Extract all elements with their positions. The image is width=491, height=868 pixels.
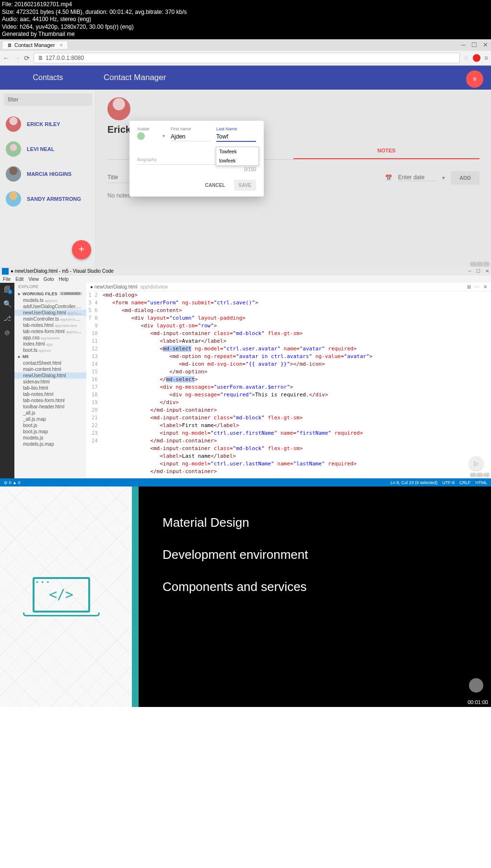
- forward-icon[interactable]: →: [13, 54, 20, 62]
- opera-icon[interactable]: [473, 54, 480, 62]
- folder-section[interactable]: ▸ M5: [14, 353, 86, 360]
- save-button[interactable]: SAVE: [234, 180, 257, 191]
- autocomplete-item[interactable]: towfeek: [216, 156, 258, 165]
- url-field[interactable]: 🗎 127.0.0.1:8080: [34, 53, 460, 63]
- avatar-option-icon: [137, 132, 145, 140]
- close-editor-icon[interactable]: ✕: [483, 284, 487, 289]
- back-icon[interactable]: ←: [3, 54, 10, 62]
- status-lang[interactable]: HTML: [476, 480, 488, 485]
- firstname-input[interactable]: [171, 132, 210, 141]
- video-generated: Generated by Thumbnail me: [2, 31, 489, 38]
- close-icon[interactable]: ✕: [485, 268, 489, 274]
- avatar-select[interactable]: ▾: [137, 132, 165, 140]
- search-icon[interactable]: 🔍: [3, 300, 12, 308]
- video-video: Video: h264, yuv420p, 1280x720, 30.00 fp…: [2, 23, 489, 31]
- menu-fab[interactable]: ≡: [466, 70, 483, 88]
- minimize-icon[interactable]: ─: [468, 268, 471, 274]
- lastname-input[interactable]: [216, 132, 256, 142]
- bullet-2: Development environment: [163, 547, 467, 562]
- working-file-item[interactable]: mainController.ts app\src\contro...: [14, 316, 86, 322]
- menu-edit[interactable]: Edit: [15, 277, 23, 282]
- browser-tab[interactable]: 🗎 Contact Manager ×: [2, 41, 68, 49]
- bio-counter: 0/150: [137, 167, 256, 172]
- file-item[interactable]: main-content.html: [14, 366, 86, 372]
- working-file-item[interactable]: boot.ts app\src: [14, 347, 86, 353]
- play-overlay-icon[interactable]: ▷: [469, 678, 483, 693]
- editor-tab[interactable]: ● newUserDialog.html app\dist\view ⊞ ⋯ ✕: [86, 283, 491, 291]
- minimize-icon[interactable]: ─: [461, 41, 466, 48]
- code-editor[interactable]: 1 2 3 4 5 6 7 8 9 10 11 12 13 14 15 16 1…: [86, 291, 491, 475]
- slide: ● ● ● </> Material Design Development en…: [0, 486, 491, 707]
- slide-accent-bar: [132, 486, 139, 707]
- more-icon[interactable]: ⋯: [475, 284, 479, 289]
- vscode-menubar: File Edit View Goto Help: [0, 276, 491, 283]
- vscode-titlebar: ● newUserDialog.html - m5 - Visual Studi…: [0, 267, 491, 276]
- menu-help[interactable]: Help: [59, 277, 69, 282]
- autocomplete-dropdown: Towfeek towfeek: [216, 147, 259, 166]
- status-eol[interactable]: CRLF: [459, 480, 471, 485]
- working-files-section[interactable]: ▸ WORKING FILES 1 UNSAVED: [14, 290, 86, 297]
- video-audio: Audio: aac, 44100 Hz, stereo (eng): [2, 16, 489, 23]
- file-item[interactable]: sidenav.html: [14, 379, 86, 385]
- close-icon[interactable]: ✕: [483, 41, 488, 48]
- url-bar: ← → ⟳ 🗎 127.0.0.1:8080 ☆ ≡: [0, 51, 491, 65]
- explorer-icon[interactable]: 🗐: [4, 286, 11, 293]
- explorer-header: EXPLORE: [14, 283, 86, 290]
- avatar-label: Avatar: [137, 127, 165, 131]
- video-size: Size: 4723201 bytes (4.50 MiB), duration…: [2, 9, 489, 16]
- file-item[interactable]: toolbar-header.html: [14, 404, 86, 410]
- cancel-button[interactable]: CANCEL: [200, 180, 230, 191]
- status-problems[interactable]: ⊘ 0 ▲ 0: [4, 480, 20, 485]
- slide-graphic: ● ● ● </>: [0, 486, 132, 707]
- star-icon[interactable]: ☆: [464, 55, 469, 61]
- url-text: 127.0.0.1:8080: [46, 55, 84, 61]
- add-contact-fab[interactable]: +: [72, 240, 91, 259]
- working-file-item[interactable]: app.css app\assets: [14, 335, 86, 341]
- bullet-1: Material Design: [163, 515, 467, 530]
- menu-file[interactable]: File: [3, 277, 11, 282]
- menu-icon[interactable]: ≡: [484, 54, 488, 62]
- browser-tabbar: 🗎 Contact Manager × ─ ☐ ✕: [0, 39, 491, 51]
- laptop-icon: ● ● ● </>: [33, 577, 100, 616]
- working-file-item[interactable]: newUserDialog.html app\dist\view: [14, 310, 86, 316]
- working-file-item[interactable]: tab-notes.html app\dist\view: [14, 322, 86, 328]
- file-item[interactable]: tab-bio.html: [14, 385, 86, 391]
- page-icon: 🗎: [38, 55, 44, 61]
- file-item[interactable]: models.js.map: [14, 441, 86, 447]
- working-file-item[interactable]: index.html app: [14, 341, 86, 347]
- file-item[interactable]: contactSheet.html: [14, 360, 86, 366]
- page-icon: 🗎: [7, 42, 12, 48]
- close-tab-icon[interactable]: ×: [59, 42, 62, 48]
- working-file-item[interactable]: addUserDialogController.ts app...: [14, 303, 86, 310]
- file-item[interactable]: _all.js: [14, 410, 86, 416]
- contact-app: Contacts Contact Manager ≡ ERICK RILEY L…: [0, 66, 491, 267]
- firstname-label: First name: [171, 127, 210, 131]
- maximize-icon[interactable]: ☐: [476, 268, 480, 274]
- git-icon[interactable]: ⎇: [3, 314, 11, 322]
- status-encoding[interactable]: UTF-8: [442, 480, 455, 485]
- file-item[interactable]: _all.js.map: [14, 416, 86, 422]
- working-file-item[interactable]: tab-notes-form.html app\dist\vi...: [14, 328, 86, 335]
- reload-icon[interactable]: ⟳: [24, 54, 30, 62]
- menu-view[interactable]: View: [28, 277, 39, 282]
- file-item[interactable]: newUserDialog.html: [14, 372, 86, 379]
- file-item[interactable]: tab-notes.html: [14, 391, 86, 397]
- maximize-icon[interactable]: ☐: [471, 41, 477, 48]
- new-user-dialog: Avatar ▾ First name Last Name Towfeek to…: [129, 121, 264, 197]
- activity-bar: 🗐 🔍 ⎇ ⊘: [0, 283, 14, 478]
- explorer-panel: EXPLORE ▸ WORKING FILES 1 UNSAVED models…: [14, 283, 86, 478]
- split-icon[interactable]: ⊞: [467, 284, 471, 289]
- file-item[interactable]: boot.js: [14, 422, 86, 428]
- menu-goto[interactable]: Goto: [44, 277, 54, 282]
- file-item[interactable]: tab-notes-form.html: [14, 397, 86, 404]
- file-item[interactable]: boot.js.map: [14, 428, 86, 435]
- status-cursor[interactable]: Ln 8, Col 23 (9 selected): [390, 480, 437, 485]
- debug-icon[interactable]: ⊘: [4, 329, 10, 336]
- file-item[interactable]: models.js: [14, 435, 86, 441]
- video-file: File: 20160216192701.mp4: [2, 1, 489, 9]
- plus-icon: +: [79, 244, 84, 255]
- working-file-item[interactable]: models.ts app\src: [14, 297, 86, 303]
- autocomplete-item[interactable]: Towfeek: [216, 147, 258, 156]
- window-controls: ─ ☐ ✕: [458, 41, 491, 48]
- play-overlay-icon[interactable]: ▷: [469, 456, 483, 471]
